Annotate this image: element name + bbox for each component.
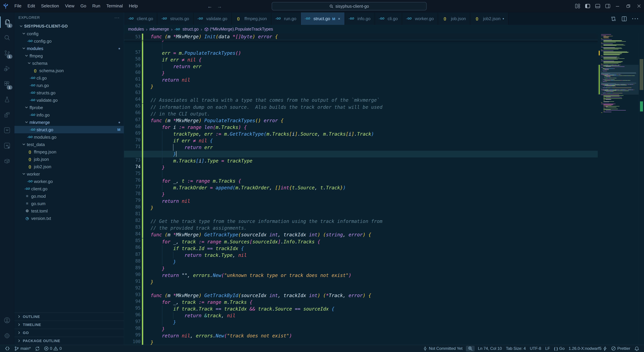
tree-item-go.sum[interactable]: ≡go.sum <box>14 200 124 207</box>
code-line-60[interactable]: 60 if err ≠ nil { <box>124 56 644 63</box>
code-line-78[interactable]: 78 for _, t := range m.Tracks { <box>124 178 644 184</box>
activity-explorer-icon[interactable]: 1 <box>0 15 14 30</box>
menu-run[interactable]: Run <box>89 0 103 12</box>
code-line-81[interactable]: 81 return nil <box>124 198 644 204</box>
code-line-83[interactable]: 83 <box>124 211 644 218</box>
tree-item-test.toml[interactable]: ⚙test.toml <box>14 207 124 214</box>
code-line-74[interactable]: 74 } <box>124 151 644 157</box>
code-line-99[interactable]: 99 } <box>124 319 644 326</box>
activity-search-icon[interactable] <box>0 30 14 45</box>
git-status-item[interactable]: Not Committed Yet <box>420 345 464 352</box>
toggle-panel-icon[interactable] <box>595 3 600 9</box>
tree-item-validate.go[interactable]: GOvalidate.go <box>14 96 124 104</box>
tree-item-client.go[interactable]: GOclient.go <box>14 185 124 192</box>
code-line-59[interactable]: 59 err = m.PopulateTrackTypes() <box>124 50 644 56</box>
compare-changes-icon[interactable] <box>610 16 616 22</box>
cursor-position[interactable]: Ln 74, Col 10 <box>476 345 504 352</box>
scrollbar-thumb[interactable] <box>640 59 643 90</box>
tab-cli.go[interactable]: GOcli.go <box>375 13 402 25</box>
tree-item-info.go[interactable]: GOinfo.go <box>14 111 124 119</box>
code-line-64[interactable]: 64 } <box>124 83 644 90</box>
tree-item-struct.go[interactable]: GOstruct.goM <box>14 126 124 133</box>
code-line-96[interactable]: 96 for _, track := range m.Tracks { <box>124 299 644 305</box>
tree-item-mkvmerge[interactable]: mkvmerge● <box>14 119 124 126</box>
editor-scrollbar[interactable] <box>639 34 644 344</box>
activity-containers-icon[interactable] <box>0 153 14 169</box>
command-center-search[interactable]: sisyphus-client-go <box>272 2 427 11</box>
tree-item-job.json[interactable]: {}job.json <box>14 155 124 163</box>
code-line-91[interactable]: 91 } <box>124 265 644 272</box>
code-line-80[interactable]: 80 } <box>124 191 644 198</box>
code-line-77[interactable]: 77 <box>124 171 644 178</box>
code-line-73[interactable]: 73 return err <box>124 144 644 151</box>
code-line-65[interactable]: 65 <box>124 90 644 97</box>
tree-item-structs.go[interactable]: GOstructs.go <box>14 89 124 96</box>
breadcrumb-item[interactable]: GOstruct.go <box>174 27 199 32</box>
sticky-scroll-line[interactable]: 53func (m *MkvMerge) Init(data *[]byte) … <box>124 34 644 40</box>
code-line-102[interactable]: 102 } <box>124 339 644 345</box>
activity-terraform-cloud-icon[interactable] <box>0 138 14 153</box>
code-line-92[interactable]: 92 return "", errors.New("unknown track … <box>124 272 644 279</box>
menu-help[interactable]: Help <box>126 0 141 12</box>
tab-structs.go[interactable]: GOstructs.go <box>158 13 194 25</box>
minimap-slider[interactable] <box>598 65 639 95</box>
code-line-62[interactable]: 62 } <box>124 70 644 77</box>
more-actions-icon[interactable]: ··· <box>632 16 639 22</box>
tab-validate.go[interactable]: GOvalidate.go <box>194 13 232 25</box>
window-minimize-button[interactable] <box>615 4 620 9</box>
code-line-79[interactable]: 79 m.TrackOrder = append(m.TrackOrder, [… <box>124 184 644 191</box>
section-outline[interactable]: OUTLINE <box>14 312 124 320</box>
prettier[interactable]: Prettier <box>609 345 632 352</box>
menu-file[interactable]: File <box>12 0 24 12</box>
breadcrumb-item[interactable]: modules <box>128 27 144 32</box>
sync-item[interactable] <box>33 345 42 352</box>
tree-item-config[interactable]: config <box>14 30 124 37</box>
split-editor-icon[interactable] <box>621 16 627 22</box>
code-line-82[interactable]: 82 } <box>124 205 644 211</box>
code-line-101[interactable]: 101 return nil, errors.New("track does n… <box>124 332 644 339</box>
tree-item-worker.go[interactable]: GOworker.go <box>14 178 124 185</box>
tree-item-go.mod[interactable]: ≡go.mod <box>14 192 124 200</box>
problems-item[interactable]: 00 <box>42 345 64 352</box>
code-line-100[interactable]: 100 } <box>124 326 644 332</box>
tree-item-config.go[interactable]: GOconfig.go <box>14 37 124 45</box>
code-editor[interactable]: 57 } 58 59 err = m.PopulateTrackTypes() … <box>124 34 644 344</box>
code-line-68[interactable]: 68 // in the CLI output. <box>124 110 644 117</box>
language-mode[interactable]: { }Go <box>552 345 566 352</box>
toggle-sidebar-icon[interactable] <box>585 3 590 9</box>
code-line-67[interactable]: 67 // information dump on each source. A… <box>124 104 644 110</box>
tree-item-modules.go[interactable]: GOmodules.go <box>14 133 124 141</box>
activity-extensions-icon[interactable]: 1 <box>0 76 14 92</box>
code-line-88[interactable]: 88 if track.Id == trackIdx { <box>124 245 644 252</box>
encoding[interactable]: UTF-8 <box>528 345 543 352</box>
code-line-98[interactable]: 98 return &track, nil <box>124 312 644 319</box>
remote-indicator[interactable] <box>3 345 12 352</box>
code-line-66[interactable]: 66 // Associates all tracks with a type … <box>124 97 644 104</box>
tree-item-ffmpeg.json[interactable]: {}ffmpeg.json <box>14 148 124 155</box>
activity-terraform-icon[interactable] <box>0 123 14 138</box>
tab-worker.go[interactable]: GOworker.go <box>402 13 438 25</box>
code-line-61[interactable]: 61 return err <box>124 63 644 70</box>
tab-size[interactable]: Tab Size: 4 <box>504 345 528 352</box>
go-version[interactable]: 1.26.0-X:nodwarf5 <box>567 345 609 352</box>
tree-item-schema.json[interactable]: {}schema.json <box>14 67 124 74</box>
activity-accounts-icon[interactable] <box>0 312 14 328</box>
tree-item-test_data[interactable]: test_data <box>14 141 124 148</box>
tree-item-job2.json[interactable]: {}job2.json <box>14 163 124 170</box>
activity-live-preview-icon[interactable] <box>0 107 14 123</box>
tab-job2.json[interactable]: {}job2.json● <box>470 13 508 25</box>
zoom-indicator[interactable] <box>466 346 474 351</box>
code-line-84[interactable]: 84 // Get the track type from the source… <box>124 218 644 225</box>
notifications[interactable] <box>632 345 641 352</box>
tree-item-ffmpeg[interactable]: ffmpeg <box>14 52 124 60</box>
tree-item-ffprobe[interactable]: ffprobe <box>14 104 124 111</box>
section-timeline[interactable]: TIMELINE <box>14 320 124 328</box>
code-line-70[interactable]: 70 for i := range len(m.Tracks) { <box>124 124 644 130</box>
code-line-69[interactable]: 69 func (m *MkvMerge) PopulateTrackTypes… <box>124 117 644 124</box>
customize-layout-icon[interactable] <box>575 3 580 9</box>
code-line-72[interactable]: 72 if err ≠ nil { <box>124 137 644 144</box>
tree-item-run.go[interactable]: GOrun.go <box>14 82 124 89</box>
tree-item-version.txt[interactable]: ◷version.txt <box>14 214 124 222</box>
code-line-86[interactable]: 86 func (m *MkvMerge) GetTrackType(sourc… <box>124 231 644 238</box>
tab-run.go[interactable]: GOrun.go <box>271 13 301 25</box>
